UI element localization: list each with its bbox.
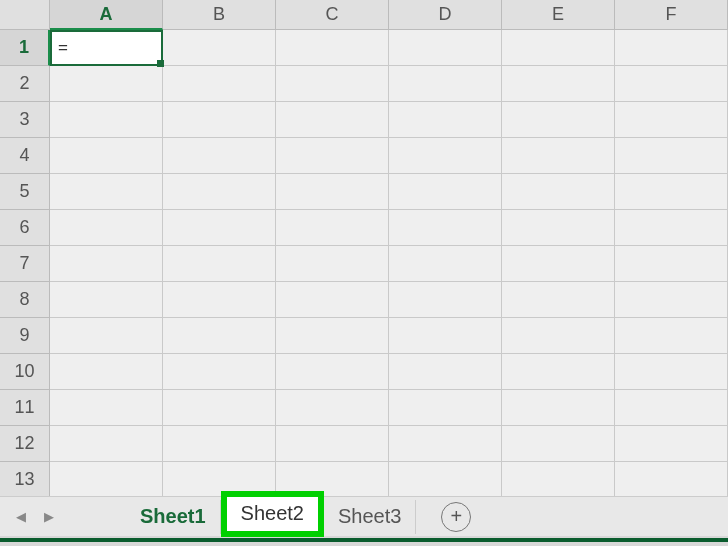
row-header-8[interactable]: 8 (0, 282, 50, 318)
cell-F8[interactable] (615, 282, 728, 318)
cell-D1[interactable] (389, 30, 502, 66)
add-sheet-button[interactable]: + (441, 502, 471, 532)
cell-E13[interactable] (502, 462, 615, 498)
cell-A10[interactable] (50, 354, 163, 390)
cell-D2[interactable] (389, 66, 502, 102)
cell-D7[interactable] (389, 246, 502, 282)
cell-B1[interactable] (163, 30, 276, 66)
cell-A6[interactable] (50, 210, 163, 246)
cell-B2[interactable] (163, 66, 276, 102)
cell-B6[interactable] (163, 210, 276, 246)
cell-A4[interactable] (50, 138, 163, 174)
cell-C2[interactable] (276, 66, 389, 102)
cell-E11[interactable] (502, 390, 615, 426)
cell-A1[interactable]: = (50, 30, 163, 66)
cell-E1[interactable] (502, 30, 615, 66)
cell-B8[interactable] (163, 282, 276, 318)
sheet-tab-sheet3[interactable]: Sheet3 (324, 500, 416, 534)
row-header-7[interactable]: 7 (0, 246, 50, 282)
cell-F9[interactable] (615, 318, 728, 354)
cell-E3[interactable] (502, 102, 615, 138)
cell-C6[interactable] (276, 210, 389, 246)
row-header-6[interactable]: 6 (0, 210, 50, 246)
row-header-5[interactable]: 5 (0, 174, 50, 210)
cell-B10[interactable] (163, 354, 276, 390)
row-header-2[interactable]: 2 (0, 66, 50, 102)
cell-E9[interactable] (502, 318, 615, 354)
cell-F4[interactable] (615, 138, 728, 174)
cell-E6[interactable] (502, 210, 615, 246)
sheet-tab-sheet2[interactable]: Sheet2 (221, 491, 324, 537)
cell-A8[interactable] (50, 282, 163, 318)
row-header-4[interactable]: 4 (0, 138, 50, 174)
row-header-3[interactable]: 3 (0, 102, 50, 138)
cell-B7[interactable] (163, 246, 276, 282)
cell-C1[interactable] (276, 30, 389, 66)
column-header-A[interactable]: A (50, 0, 163, 30)
cell-C4[interactable] (276, 138, 389, 174)
column-header-E[interactable]: E (502, 0, 615, 30)
cell-C3[interactable] (276, 102, 389, 138)
cell-F13[interactable] (615, 462, 728, 498)
cell-D11[interactable] (389, 390, 502, 426)
cell-A7[interactable] (50, 246, 163, 282)
cell-D6[interactable] (389, 210, 502, 246)
cell-E5[interactable] (502, 174, 615, 210)
cell-F11[interactable] (615, 390, 728, 426)
cell-A13[interactable] (50, 462, 163, 498)
cell-C12[interactable] (276, 426, 389, 462)
cell-F3[interactable] (615, 102, 728, 138)
tab-nav-prev-icon[interactable]: ◀ (10, 506, 32, 528)
row-header-1[interactable]: 1 (0, 30, 50, 66)
cell-D9[interactable] (389, 318, 502, 354)
cell-B11[interactable] (163, 390, 276, 426)
cell-E4[interactable] (502, 138, 615, 174)
cell-B5[interactable] (163, 174, 276, 210)
row-header-9[interactable]: 9 (0, 318, 50, 354)
cell-B3[interactable] (163, 102, 276, 138)
cell-A11[interactable] (50, 390, 163, 426)
cell-D10[interactable] (389, 354, 502, 390)
cell-C8[interactable] (276, 282, 389, 318)
cell-D13[interactable] (389, 462, 502, 498)
row-header-13[interactable]: 13 (0, 462, 50, 498)
cell-E7[interactable] (502, 246, 615, 282)
cell-F6[interactable] (615, 210, 728, 246)
cell-D3[interactable] (389, 102, 502, 138)
cell-D8[interactable] (389, 282, 502, 318)
cell-F12[interactable] (615, 426, 728, 462)
cell-A3[interactable] (50, 102, 163, 138)
cell-E8[interactable] (502, 282, 615, 318)
column-header-F[interactable]: F (615, 0, 728, 30)
tab-nav-next-icon[interactable]: ▶ (38, 506, 60, 528)
column-header-D[interactable]: D (389, 0, 502, 30)
cell-B4[interactable] (163, 138, 276, 174)
cell-B9[interactable] (163, 318, 276, 354)
column-header-C[interactable]: C (276, 0, 389, 30)
sheet-tab-sheet1[interactable]: Sheet1 (126, 500, 221, 534)
column-header-B[interactable]: B (163, 0, 276, 30)
cell-A5[interactable] (50, 174, 163, 210)
row-header-12[interactable]: 12 (0, 426, 50, 462)
cell-A2[interactable] (50, 66, 163, 102)
cell-C5[interactable] (276, 174, 389, 210)
cell-B12[interactable] (163, 426, 276, 462)
cell-F1[interactable] (615, 30, 728, 66)
select-all-corner[interactable] (0, 0, 50, 30)
cell-E2[interactable] (502, 66, 615, 102)
cell-A9[interactable] (50, 318, 163, 354)
cell-D4[interactable] (389, 138, 502, 174)
cell-F5[interactable] (615, 174, 728, 210)
cell-F10[interactable] (615, 354, 728, 390)
cell-E10[interactable] (502, 354, 615, 390)
cell-D5[interactable] (389, 174, 502, 210)
cell-E12[interactable] (502, 426, 615, 462)
cell-C11[interactable] (276, 390, 389, 426)
cell-A12[interactable] (50, 426, 163, 462)
cell-C10[interactable] (276, 354, 389, 390)
row-header-10[interactable]: 10 (0, 354, 50, 390)
cell-C9[interactable] (276, 318, 389, 354)
cell-F7[interactable] (615, 246, 728, 282)
cell-C7[interactable] (276, 246, 389, 282)
cell-D12[interactable] (389, 426, 502, 462)
